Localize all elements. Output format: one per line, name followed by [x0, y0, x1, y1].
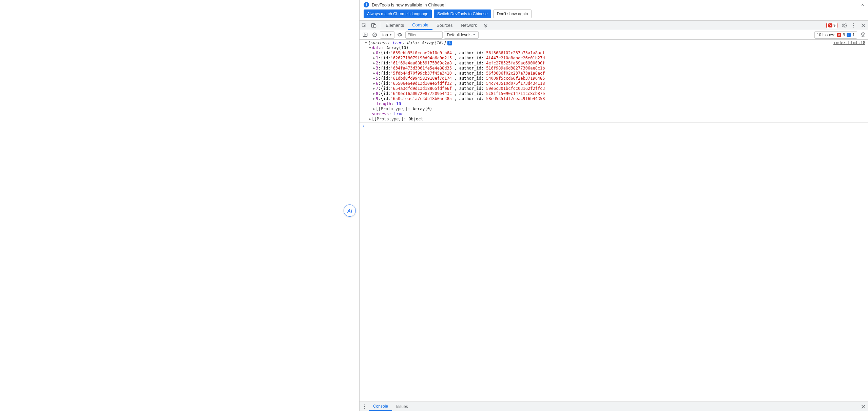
item-index: 5	[376, 76, 378, 81]
expand-arrow-icon[interactable]	[372, 96, 376, 101]
issues-label: 10 Issues:	[817, 33, 835, 37]
close-drawer-button[interactable]	[859, 402, 868, 411]
tab-elements[interactable]: Elements	[382, 21, 408, 30]
expand-arrow-icon[interactable]	[372, 91, 376, 96]
issues-counter[interactable]: 10 Issues: ✕ 9 ▪ 1	[814, 31, 857, 39]
expand-arrow-icon[interactable]	[372, 51, 376, 56]
array-item-row[interactable]: 2: {id: '61f69e4aa08b39f75309c2a8', auth…	[364, 61, 866, 66]
more-tabs-icon[interactable]	[481, 21, 490, 30]
device-toolbar-icon[interactable]	[369, 21, 379, 30]
devtools-tab-bar: Elements Console Sources Network ✕ 9	[360, 21, 868, 30]
item-index: 4	[376, 71, 378, 76]
page-content-area: Ai	[0, 0, 359, 411]
object-summary-row[interactable]: {success: true, data: Array(10)} i	[364, 40, 866, 45]
data-array-row[interactable]: data: Array(10)	[364, 45, 866, 51]
svg-point-5	[853, 26, 854, 27]
inspect-element-icon[interactable]	[360, 21, 369, 30]
svg-rect-2	[374, 24, 376, 27]
svg-point-9	[364, 404, 365, 405]
drawer-tabs: Console Issues	[360, 402, 868, 411]
error-icon: ✕	[828, 23, 832, 27]
filter-input[interactable]	[405, 31, 443, 39]
proto-key: [[Prototype]]	[376, 106, 408, 112]
live-expression-icon[interactable]	[396, 31, 404, 39]
array-item-row[interactable]: 4: {id: '5fdb44d70f99cb37f45e3410', auth…	[364, 71, 866, 76]
expand-arrow-icon[interactable]	[372, 56, 376, 61]
item-index: 1	[376, 56, 378, 61]
item-index: 0	[376, 51, 378, 56]
array-item-row[interactable]: 8: {id: '640ec16a00720877209e443c', auth…	[364, 91, 866, 96]
prompt-caret-icon: ›	[362, 124, 365, 129]
array-item-row[interactable]: 5: {id: '61dbd8fd994582918ef7d174', auth…	[364, 76, 866, 81]
array-item-row[interactable]: 0: {id: '639ebb35f0ccae2b10e0fb64', auth…	[364, 51, 866, 56]
item-preview: {id:	[381, 86, 390, 91]
error-count-badge[interactable]: ✕ 9	[826, 23, 837, 28]
expand-arrow-icon[interactable]	[372, 61, 376, 66]
data-type: Array(10)	[386, 45, 408, 51]
ai-label: Ai	[347, 208, 352, 214]
log-message: index.html:18 {success: true, data: Arra…	[360, 40, 868, 123]
array-item-row[interactable]: 9: {id: '650cfeac1a7c3db18b05e385', auth…	[364, 96, 866, 101]
banner-message: DevTools is now available in Chinese!	[372, 2, 446, 7]
item-index: 7	[376, 86, 378, 91]
settings-gear-icon[interactable]	[840, 21, 849, 30]
always-match-language-button[interactable]: Always match Chrome's language	[364, 9, 432, 18]
chevron-down-icon: ▼	[473, 33, 476, 36]
svg-point-8	[399, 34, 401, 36]
array-item-row[interactable]: 6: {id: '65506e6e9d13d10ee5fdff32', auth…	[364, 81, 866, 86]
item-preview: {id:	[381, 71, 390, 76]
expand-arrow-icon[interactable]	[368, 45, 372, 51]
svg-point-10	[364, 406, 365, 407]
length-row: length: 10	[364, 101, 866, 106]
tab-sources[interactable]: Sources	[432, 21, 457, 30]
kebab-menu-icon[interactable]	[849, 21, 859, 30]
console-toolbar: top ▼ Default levels ▼ 10 Issues: ✕ 9 ▪ …	[360, 30, 868, 40]
item-index: 9	[376, 96, 378, 101]
info-icon: i	[364, 2, 369, 7]
length-key: length	[377, 101, 391, 106]
item-index: 3	[376, 66, 378, 71]
array-item-row[interactable]: 3: {id: '634fa473d3061fe5e4e88d35', auth…	[364, 66, 866, 71]
context-value: top	[382, 33, 388, 37]
dont-show-again-button[interactable]: Don't show again	[493, 9, 532, 18]
length-val: 10	[396, 101, 401, 106]
item-preview: {id:	[381, 61, 390, 66]
devtools-panel: i DevTools is now available in Chinese! …	[359, 0, 868, 411]
console-settings-gear-icon[interactable]	[859, 31, 867, 39]
array-item-row[interactable]: 7: {id: '654a3dfd9d13d18865fdfe6f', auth…	[364, 86, 866, 91]
ai-assistant-bubble[interactable]: Ai	[344, 204, 356, 217]
tab-network[interactable]: Network	[457, 21, 481, 30]
expand-arrow-icon[interactable]	[372, 106, 376, 112]
prototype-array-row[interactable]: [[Prototype]]: Array(0)	[364, 106, 866, 112]
switch-to-chinese-button[interactable]: Switch DevTools to Chinese	[434, 9, 491, 18]
expand-arrow-icon[interactable]	[372, 76, 376, 81]
expand-arrow-icon[interactable]	[372, 81, 376, 86]
info-icon: ▪	[847, 33, 851, 37]
drawer-tab-console[interactable]: Console	[369, 402, 392, 411]
close-devtools-button[interactable]	[859, 21, 868, 30]
expand-arrow-icon[interactable]	[368, 117, 372, 122]
item-preview: {id:	[381, 76, 390, 81]
drawer-kebab-icon[interactable]	[360, 402, 369, 411]
clear-console-icon[interactable]	[370, 31, 379, 39]
drawer-tab-issues[interactable]: Issues	[392, 402, 412, 411]
success-row: success: true	[364, 112, 866, 117]
close-banner-button[interactable]: ×	[860, 2, 865, 7]
context-selector[interactable]: top ▼	[380, 31, 394, 39]
chevron-down-icon: ▼	[389, 33, 392, 36]
expand-arrow-icon[interactable]	[372, 86, 376, 91]
source-link[interactable]: index.html:18	[833, 40, 865, 45]
array-item-row[interactable]: 1: {id: '6262718079f90d94a6a0d2f5', auth…	[364, 56, 866, 61]
toggle-sidebar-icon[interactable]	[361, 31, 369, 39]
expand-arrow-icon[interactable]	[372, 71, 376, 76]
proto-arr-val: Array(0)	[412, 106, 432, 112]
item-preview: {id:	[381, 91, 390, 96]
prototype-object-row[interactable]: [[Prototype]]: Object	[364, 117, 866, 122]
expand-arrow-icon[interactable]	[372, 66, 376, 71]
expand-arrow-icon[interactable]	[364, 40, 368, 45]
tab-console[interactable]: Console	[408, 21, 432, 30]
log-levels-selector[interactable]: Default levels ▼	[444, 31, 479, 39]
console-prompt[interactable]: ›	[360, 123, 868, 130]
separator	[380, 22, 380, 28]
info-badge-icon[interactable]: i	[447, 41, 452, 45]
